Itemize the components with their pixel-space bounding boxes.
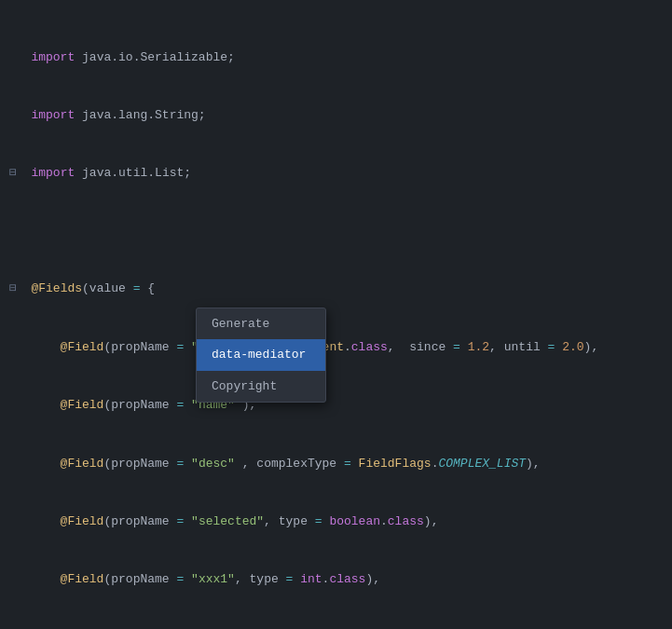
code-line-10: @Field(propName = "xxx1", type = int.cla… <box>0 570 672 590</box>
code-line-8: @Field(propName = "desc" , complexType =… <box>0 455 672 474</box>
code-line-4 <box>0 223 672 241</box>
menu-item-copyright[interactable]: Copyright <box>197 371 325 402</box>
code-editor[interactable]: import java.io.Serializable; import java… <box>0 0 672 629</box>
code-line-2: import java.lang.String; <box>0 106 672 126</box>
code-line-6: @Field(propName = "id", type = Student.c… <box>0 338 672 358</box>
menu-item-generate[interactable]: Generate <box>197 308 325 339</box>
code-line-7: @Field(propName = "name" ), <box>0 396 672 416</box>
code-line-5: ⊟ @Fields(value = { <box>0 280 672 299</box>
context-menu[interactable]: Generate data-mediator Copyright <box>196 308 326 403</box>
code-line-1: import java.io.Serializable; <box>0 48 672 68</box>
code-line-3: ⊟ import java.util.List; <box>0 164 672 184</box>
menu-item-data-mediator[interactable]: data-mediator <box>197 339 325 370</box>
code-line-9: @Field(propName = "selected", type = boo… <box>0 513 672 532</box>
